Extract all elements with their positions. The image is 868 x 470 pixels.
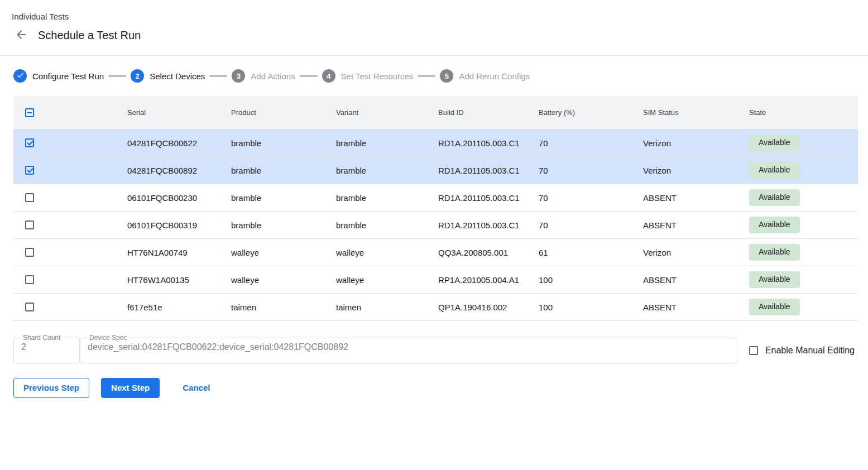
cell-product: bramble	[231, 138, 336, 148]
cell-build-id: QQ3A.200805.001	[438, 248, 539, 257]
column-header-build-id: Build ID	[438, 108, 539, 117]
enable-manual-editing-label: Enable Manual Editing	[765, 346, 855, 356]
cell-variant: bramble	[336, 138, 438, 148]
step-add-actions[interactable]: 3 Add Actions	[232, 69, 295, 83]
cell-variant: walleye	[336, 248, 438, 257]
row-checkbox[interactable]	[25, 193, 34, 202]
column-header-serial: Serial	[127, 108, 231, 117]
row-checkbox[interactable]	[25, 275, 34, 284]
step-connector	[300, 75, 318, 77]
table-row[interactable]: 06101FQCB00230 bramble bramble RD1A.2011…	[13, 184, 858, 212]
cell-battery: 61	[539, 248, 643, 257]
step-1-label: Configure Test Run	[32, 71, 104, 81]
cell-variant: bramble	[336, 220, 438, 230]
cell-battery: 100	[539, 275, 643, 285]
table-row[interactable]: 04281FQCB00622 bramble bramble RD1A.2011…	[13, 130, 858, 157]
table-row[interactable]: 06101FQCB00319 bramble bramble RD1A.2011…	[13, 212, 858, 239]
cell-serial: 04281FQCB00622	[127, 138, 231, 148]
cell-sim: ABSENT	[643, 220, 749, 230]
page-title: Schedule a Test Run	[38, 29, 141, 42]
cell-build-id: RD1A.201105.003.C1	[438, 193, 539, 203]
device-spec-label: Device Spec	[87, 334, 129, 341]
shard-count-label: Shard Count	[21, 334, 63, 341]
state-badge: Available	[749, 189, 800, 205]
device-spec-input[interactable]	[87, 341, 730, 352]
state-badge: Available	[749, 217, 800, 233]
state-badge: Available	[749, 135, 800, 151]
cell-build-id: QP1A.190416.002	[438, 303, 539, 312]
step-2-circle: 2	[131, 69, 144, 83]
cell-product: taimen	[231, 303, 336, 312]
step-4-circle: 4	[322, 69, 335, 83]
step-connector	[418, 75, 435, 77]
cell-build-id: RD1A.201105.003.C1	[438, 138, 539, 148]
stepper: Configure Test Run 2 Select Devices 3 Ad…	[0, 56, 868, 83]
shard-count-input[interactable]	[21, 341, 73, 352]
enable-manual-editing[interactable]: Enable Manual Editing	[749, 346, 855, 356]
row-checkbox[interactable]	[25, 248, 34, 257]
breadcrumb: Individual Tests	[12, 12, 855, 21]
step-connector	[209, 75, 227, 77]
cell-product: bramble	[231, 220, 336, 230]
row-checkbox[interactable]	[25, 166, 34, 175]
cell-build-id: RD1A.201105.003.C1	[438, 166, 539, 175]
step-configure-test-run[interactable]: Configure Test Run	[13, 69, 104, 83]
row-checkbox[interactable]	[25, 220, 34, 229]
cell-serial: 06101FQCB00230	[127, 193, 231, 203]
cell-battery: 70	[539, 166, 643, 175]
cell-variant: walleye	[336, 275, 438, 285]
cell-sim: ABSENT	[643, 193, 749, 203]
cell-sim: ABSENT	[643, 303, 749, 312]
cancel-button[interactable]: Cancel	[179, 378, 213, 397]
device-spec-field: Device Spec	[80, 334, 737, 363]
table-row[interactable]: HT76W1A00135 walleye walleye RP1A.201005…	[13, 266, 858, 294]
column-header-battery: Battery (%)	[539, 108, 643, 117]
step-1-circle	[13, 69, 27, 83]
cell-variant: bramble	[336, 166, 438, 175]
cell-variant: bramble	[336, 193, 438, 203]
table-row[interactable]: 04281FQCB00892 bramble bramble RD1A.2011…	[13, 157, 858, 184]
cell-product: bramble	[231, 166, 336, 175]
back-button[interactable]	[15, 28, 28, 42]
row-checkbox[interactable]	[25, 303, 34, 311]
cell-product: bramble	[231, 193, 336, 203]
cell-product: walleye	[231, 248, 336, 257]
actions-bar: Previous Step Next Step Cancel	[13, 378, 855, 398]
cell-sim: ABSENT	[643, 275, 749, 285]
step-3-label: Add Actions	[251, 71, 295, 81]
step-5-label: Add Rerun Configs	[459, 71, 530, 81]
step-5-circle: 5	[440, 69, 453, 83]
page: Individual Tests Schedule a Test Run Con…	[0, 0, 868, 470]
cell-serial: f617e51e	[127, 303, 231, 312]
cell-serial: HT76W1A00135	[127, 275, 231, 285]
step-connector	[108, 75, 126, 77]
cell-serial: HT76N1A00749	[127, 248, 231, 257]
back-arrow-icon	[15, 28, 28, 43]
state-badge: Available	[749, 244, 800, 260]
state-badge: Available	[749, 271, 800, 287]
row-checkbox[interactable]	[25, 138, 34, 147]
table-row[interactable]: HT76N1A00749 walleye walleye QQ3A.200805…	[13, 239, 858, 266]
step-2-label: Select Devices	[150, 71, 205, 81]
column-header-sim: SIM Status	[643, 108, 749, 117]
table-header-row: Serial Product Variant Build ID Battery …	[13, 96, 858, 130]
state-badge: Available	[749, 299, 800, 315]
column-header-product: Product	[231, 108, 336, 117]
step-set-test-resources[interactable]: 4 Set Test Resources	[322, 69, 414, 83]
column-header-variant: Variant	[336, 108, 438, 117]
next-step-button[interactable]: Next Step	[101, 378, 160, 398]
step-select-devices[interactable]: 2 Select Devices	[131, 69, 205, 83]
column-header-state: State	[749, 108, 858, 117]
enable-manual-editing-checkbox[interactable]	[749, 346, 758, 355]
shard-count-field: Shard Count	[13, 334, 80, 363]
table-row[interactable]: f617e51e taimen taimen QP1A.190416.002 1…	[13, 294, 858, 321]
step-3-circle: 3	[232, 69, 245, 83]
select-all-checkbox[interactable]	[25, 108, 34, 117]
state-badge: Available	[749, 162, 800, 178]
check-icon	[16, 71, 25, 81]
previous-step-button[interactable]: Previous Step	[13, 378, 89, 398]
form-row: Shard Count Device Spec Enable Manual Ed…	[13, 334, 855, 363]
cell-battery: 100	[539, 303, 643, 312]
cell-sim: Verizon	[643, 138, 749, 148]
step-add-rerun-configs[interactable]: 5 Add Rerun Configs	[440, 69, 530, 83]
